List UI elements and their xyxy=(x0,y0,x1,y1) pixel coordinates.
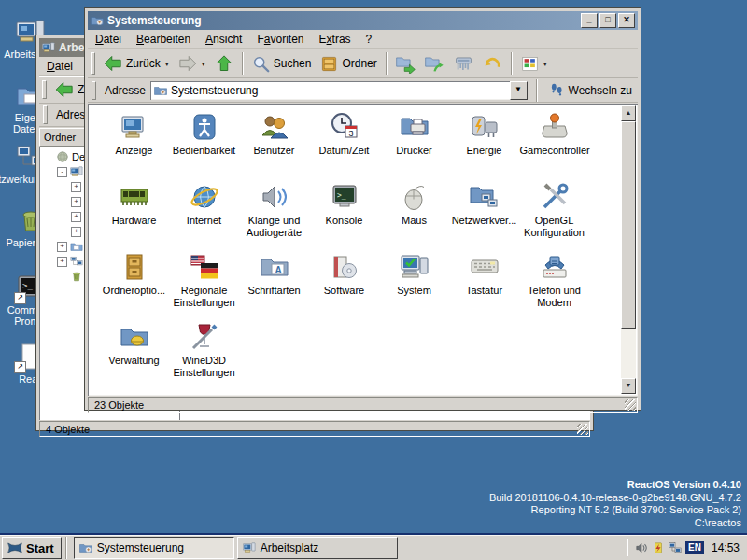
menu-datei[interactable]: Datei xyxy=(88,32,129,47)
status-bar: 4 Objekte xyxy=(39,421,590,437)
cpl-item-telefon-und-modem[interactable]: Telefon und Modem xyxy=(519,249,589,319)
cpl-item-opengl-konfiguration[interactable]: OpenGL Konfiguration xyxy=(519,179,589,249)
scrollbar-thumb[interactable] xyxy=(621,121,636,329)
views-button[interactable]: ▾ xyxy=(516,53,552,75)
control-panel-icon xyxy=(79,541,92,554)
minimize-button[interactable]: _ xyxy=(581,13,598,28)
cpl-item-netzwerkver[interactable]: Netzwerkver... xyxy=(449,179,519,249)
undo-button[interactable] xyxy=(478,52,507,76)
version-line-2: Build 20181106-0.4.10-release-0-g2be9148… xyxy=(489,492,741,505)
cpl-item-datum-zeit[interactable]: 3Datum/Zeit xyxy=(309,109,379,179)
expand-toggle[interactable]: + xyxy=(71,197,81,207)
taskbar: Start SystemsteuerungArbeitsplatz EN 14:… xyxy=(0,535,747,560)
go-label: Wechseln zu xyxy=(569,84,632,97)
task-button-arbeitsplatz[interactable]: Arbeitsplatz xyxy=(237,537,398,559)
folders-icon xyxy=(320,55,338,73)
back-button[interactable]: Zurück ▾ xyxy=(99,52,174,75)
shortcut-arrow-icon: ↗ xyxy=(14,361,26,373)
cpl-item-energie[interactable]: Energie xyxy=(449,109,519,179)
resize-grip[interactable] xyxy=(625,399,636,411)
menu-bearbeiten[interactable]: Bearbeiten xyxy=(129,32,198,47)
window-titlebar[interactable]: Systemsteuerung _ □ ✕ xyxy=(88,11,638,30)
up-button[interactable] xyxy=(210,52,238,75)
date-time-icon: 3 xyxy=(330,109,359,142)
expand-toggle[interactable]: + xyxy=(71,212,81,222)
language-indicator[interactable]: EN xyxy=(685,541,704,554)
search-button[interactable]: Suchen xyxy=(247,53,317,75)
clock[interactable]: 14:53 xyxy=(708,541,740,554)
address-dropdown-button[interactable]: ▼ xyxy=(510,81,528,100)
cpl-item-label: Maus xyxy=(402,215,427,227)
addressbar-grip[interactable] xyxy=(92,81,96,100)
cpl-item-schriftarten[interactable]: ASchriftarten xyxy=(239,249,309,319)
menu-ansicht[interactable]: Ansicht xyxy=(198,32,249,47)
control-panel-content: AnzeigeBedienbarkeitBenutzer3Datum/ZeitD… xyxy=(88,104,638,396)
views-dropdown-arrow[interactable]: ▾ xyxy=(543,60,547,68)
menu-[interactable]: ? xyxy=(359,32,380,47)
cpl-item-benutzer[interactable]: Benutzer xyxy=(239,109,309,179)
toolbar-grip[interactable] xyxy=(42,80,47,99)
cpl-item-wined3d-einstellungen[interactable]: WineD3D Einstellungen xyxy=(169,319,239,389)
address-label: Adresse xyxy=(105,84,146,97)
expand-toggle[interactable]: + xyxy=(71,182,81,192)
my-computer-icon xyxy=(42,41,55,54)
svg-text:>_: >_ xyxy=(337,191,346,200)
forward-button[interactable]: ▾ xyxy=(174,52,210,75)
cpl-item-konsole[interactable]: >_Konsole xyxy=(309,179,379,249)
expand-toggle[interactable]: + xyxy=(71,227,81,237)
resize-grip[interactable] xyxy=(577,424,588,435)
menu-favoriten[interactable]: Favoriten xyxy=(249,32,311,47)
taskbar-separator xyxy=(65,537,67,559)
tray-separator xyxy=(627,539,628,556)
addressbar-grip[interactable] xyxy=(43,105,48,124)
cpl-item-ordneroptio[interactable]: Ordneroptio... xyxy=(99,249,169,319)
task-button-systemsteuerung[interactable]: Systemsteuerung xyxy=(74,537,234,559)
cpl-item-drucker[interactable]: Drucker xyxy=(379,109,449,179)
cpl-item-label: Benutzer xyxy=(253,145,294,157)
delete-button[interactable] xyxy=(449,52,478,76)
desktop: ArbeitsplatzEigene DateienNetzwerkumgebu… xyxy=(0,0,747,560)
network-icon[interactable] xyxy=(669,541,682,554)
cpl-item-klänge-und-audiogeräte[interactable]: Klänge und Audiogeräte xyxy=(239,179,309,249)
collapse-toggle[interactable]: - xyxy=(57,167,67,177)
move-to-button[interactable] xyxy=(391,52,420,76)
volume-icon[interactable] xyxy=(635,541,648,554)
power-options-icon xyxy=(470,109,500,142)
search-icon xyxy=(252,55,270,73)
power-icon[interactable] xyxy=(652,541,665,554)
go-button[interactable]: Wechseln zu xyxy=(546,80,635,100)
expand-toggle[interactable]: + xyxy=(57,242,67,252)
cpl-item-maus[interactable]: Maus xyxy=(379,179,449,249)
back-dropdown-arrow[interactable]: ▾ xyxy=(165,60,169,68)
maximize-button[interactable]: □ xyxy=(599,13,616,28)
menu-datei[interactable]: Datei xyxy=(39,59,80,74)
cpl-item-system[interactable]: System xyxy=(379,249,449,319)
cpl-item-regionale-einstellungen[interactable]: Regionale Einstellungen xyxy=(169,249,239,319)
copy-to-button[interactable] xyxy=(420,52,449,76)
recycle-bin-icon xyxy=(70,270,83,283)
forward-dropdown-arrow[interactable]: ▾ xyxy=(202,60,205,68)
close-button[interactable]: ✕ xyxy=(618,13,635,28)
cpl-item-verwaltung[interactable]: Verwaltung xyxy=(99,319,169,389)
vertical-scrollbar[interactable]: ▲ ▼ xyxy=(621,105,636,394)
cpl-item-bedienbarkeit[interactable]: Bedienbarkeit xyxy=(169,109,239,179)
scrollbar-track[interactable] xyxy=(621,121,636,378)
scroll-down-button[interactable]: ▼ xyxy=(621,378,636,394)
toolbar-separator xyxy=(511,52,513,75)
cpl-item-software[interactable]: Software xyxy=(309,249,379,319)
cpl-item-tastatur[interactable]: Tastatur xyxy=(449,249,519,319)
menu-extras[interactable]: Extras xyxy=(312,32,359,47)
folders-button[interactable]: Ordner xyxy=(316,53,381,75)
cpl-item-anzeige[interactable]: Anzeige xyxy=(99,109,169,179)
scroll-up-button[interactable]: ▲ xyxy=(621,105,636,121)
address-combo[interactable]: Systemsteuerung ▼ xyxy=(150,81,527,100)
expand-toggle[interactable]: + xyxy=(57,257,67,267)
toolbar-grip[interactable] xyxy=(91,52,95,75)
cpl-item-hardware[interactable]: Hardware xyxy=(99,179,169,249)
address-bar: Adresse Systemsteuerung ▼ Wechseln zu xyxy=(88,78,638,103)
display-icon xyxy=(120,109,149,142)
cpl-item-internet[interactable]: Internet xyxy=(169,179,239,249)
opengl-tools-icon xyxy=(540,179,570,212)
cpl-item-gamecontroller[interactable]: Gamecontroller xyxy=(519,109,589,179)
start-button[interactable]: Start xyxy=(2,537,62,559)
